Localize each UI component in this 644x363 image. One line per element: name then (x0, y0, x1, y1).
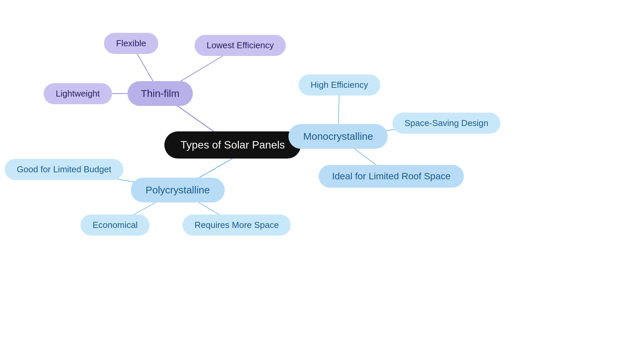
high-efficiency-node: High Efficiency (299, 74, 380, 96)
space-saving-node: Space-Saving Design (392, 113, 500, 134)
center-node: Types of Solar Panels (164, 131, 301, 159)
ideal-roof-space-node: Ideal for Limited Roof Space (319, 165, 464, 188)
monocrystalline-node: Monocrystalline (288, 124, 388, 149)
requires-space-node: Requires More Space (182, 215, 291, 236)
lightweight-node: Lightweight (44, 83, 112, 104)
polycrystalline-node: Polycrystalline (131, 178, 225, 202)
good-budget-node: Good for Limited Budget (5, 159, 123, 180)
lowest-efficiency-node: Lowest Efficiency (195, 35, 286, 56)
economical-node: Economical (80, 215, 150, 236)
thinfilm-node: Thin-film (127, 81, 193, 106)
flexible-node: Flexible (104, 33, 158, 54)
